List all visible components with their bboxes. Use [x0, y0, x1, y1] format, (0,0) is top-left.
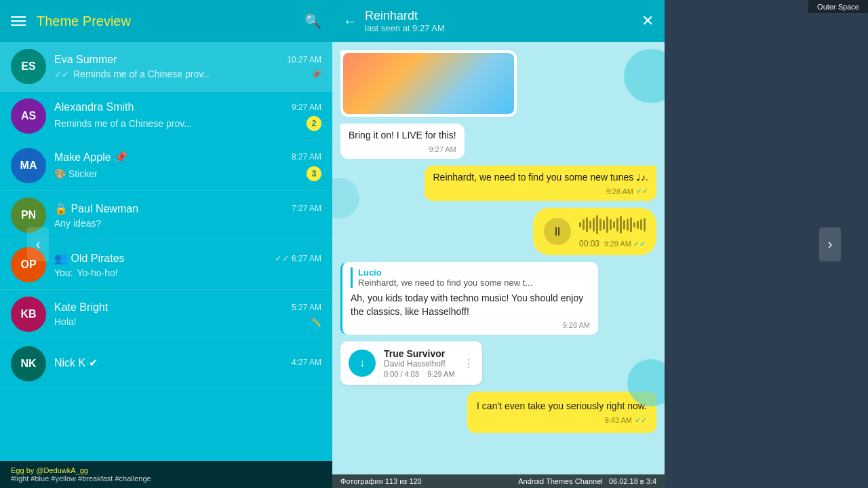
chat-item-kate[interactable]: KB Kate Bright 5:27 AM Hola! ✏️: [0, 290, 332, 339]
msg-2-check: ✓✓: [636, 187, 648, 195]
voice-pause-btn[interactable]: ⏸: [544, 218, 571, 245]
reply-author: Lucio: [358, 267, 590, 278]
msg-music-card: ↓ True Survivor David Hasselhoff 0:00 / …: [340, 341, 482, 385]
chat-time-kate: 5:27 AM: [292, 303, 321, 312]
music-artist: David Hasselhoff: [384, 359, 455, 369]
avatar-kb: KB: [11, 297, 46, 332]
menu-button[interactable]: [11, 16, 26, 26]
bottom-overlay: Egg by @DeduwkA_gg #light #blue #yellow …: [0, 461, 332, 488]
chat-item-alexandra[interactable]: AS Alexandra Smith 9:27 AM Reminds me of…: [0, 92, 332, 141]
chat-item-make-apple[interactable]: MA Make Apple 📌 8:27 AM 🎨 Sticker 3: [0, 141, 332, 191]
chat-item-paul[interactable]: PN 🔒 Paul Newman 7:27 AM Any ideas?: [0, 191, 332, 240]
chat-time-nick: 4:27 AM: [292, 358, 321, 367]
chat-info-old-pirates: 👥 Old Pirates ✓✓ 6:27 AM You: Yo-ho-ho!: [54, 252, 321, 278]
msg-reply-bubble: Lucio Reinhardt, we need to find you som…: [340, 262, 598, 335]
chat-list-panel: Theme Preview 🔍 ES Eva Summer 10:27 AM ✓…: [0, 0, 332, 488]
chat-name-eva: Eva Summer: [54, 54, 117, 66]
chat-info-make-apple: Make Apple 📌 8:27 AM 🎨 Sticker 3: [54, 151, 321, 181]
chat-name-paul: 🔒 Paul Newman: [54, 202, 138, 215]
chat-preview-alexandra: Reminds me of a Chinese prov... 2: [54, 116, 321, 131]
msg-2-text: Reinhardt, we need to find you some new …: [433, 171, 648, 185]
msg-4-wrapper: I can't even take you seriously right no…: [340, 392, 656, 433]
chat-name-kate: Kate Bright: [54, 301, 108, 314]
chat-info-eva: Eva Summer 10:27 AM ✓✓ Reminds me of a C…: [54, 54, 321, 79]
chat-item-nick[interactable]: NK Nick K ✔ 4:27 AM: [0, 339, 332, 389]
voice-check: ✓✓: [633, 240, 646, 248]
avatar-es: ES: [11, 49, 46, 84]
reply-time: 9:28 AM: [563, 321, 590, 329]
chat-preview-kate: Hola! ✏️: [54, 316, 321, 327]
chat-name-make-apple: Make Apple 📌: [54, 151, 127, 164]
avatar-ma: MA: [11, 148, 46, 183]
chat-time-paul: 7:27 AM: [292, 204, 321, 213]
avatar-as: AS: [11, 98, 46, 134]
msg-2-wrapper: Reinhardt, we need to find you some new …: [340, 166, 656, 202]
chat-window-panel: ← Reinhardt last seen at 9:27 AM ✕ Bring…: [332, 0, 665, 488]
chat-info-kate: Kate Bright 5:27 AM Hola! ✏️: [54, 301, 321, 327]
chat-info-paul: 🔒 Paul Newman 7:27 AM Any ideas?: [54, 202, 321, 229]
chat-preview-make-apple: 🎨 Sticker 3: [54, 166, 321, 181]
chat-preview-paul: Any ideas?: [54, 218, 321, 229]
reply-text: Ah, you kids today with techno music! Yo…: [351, 292, 590, 318]
app-title: Theme Preview: [37, 14, 131, 29]
nav-right-arrow[interactable]: ›: [819, 227, 841, 261]
msg-voice-wrapper: ⏸: [340, 208, 656, 255]
chat-preview-old-pirates: You: Yo-ho-ho!: [54, 267, 321, 278]
msg-reply-wrapper: Lucio Reinhardt, we need to find you som…: [340, 262, 656, 335]
voice-duration: 00:03: [579, 239, 599, 248]
chat-contact-status: last seen at 9:27 AM: [365, 23, 633, 33]
chat-name-alexandra: Alexandra Smith: [54, 101, 134, 113]
chat-name-nick: Nick K ✔: [54, 356, 98, 369]
msg-image-bubble: [340, 50, 517, 117]
chat-item-old-pirates[interactable]: OP 👥 Old Pirates ✓✓ 6:27 AM You: Yo-ho-h…: [0, 240, 332, 290]
msg-1-bubble: Bring it on! I LIVE for this! 9:27 AM: [340, 124, 465, 159]
msg-image-wrapper: [340, 50, 656, 117]
msg-4-time: 9:43 AM: [605, 416, 632, 424]
chat-info-alexandra: Alexandra Smith 9:27 AM Reminds me of a …: [54, 101, 321, 131]
chat-item-eva[interactable]: ES Eva Summer 10:27 AM ✓✓ Reminds me of …: [0, 42, 332, 92]
msg-voice-bubble: ⏸: [533, 208, 656, 255]
reply-preview: Reinhardt, we need to find you some new …: [358, 278, 590, 288]
msg-4-bubble: I can't even take you seriously right no…: [467, 392, 656, 433]
msg-1-text: Bring it on! I LIVE for this!: [349, 129, 456, 143]
msg-image-content: [343, 53, 514, 114]
chat-time-eva: 10:27 AM: [287, 55, 321, 64]
music-title: True Survivor: [384, 348, 455, 359]
outer-space-bar: Outer Space: [808, 0, 868, 13]
msg-1-wrapper: Bring it on! I LIVE for this! 9:27 AM: [340, 124, 656, 159]
music-info: True Survivor David Hasselhoff 0:00 / 4:…: [384, 348, 455, 378]
header-left: Theme Preview: [11, 14, 131, 29]
voice-time: 9:29 AM: [604, 240, 631, 248]
nav-left-arrow[interactable]: ‹: [27, 227, 49, 261]
photo-label: Фотография 113 из 120: [340, 477, 422, 485]
chat-header: ← Reinhardt last seen at 9:27 AM ✕: [332, 0, 665, 42]
back-button[interactable]: ←: [343, 14, 357, 29]
egg-label: Egg by @DeduwkA_gg: [11, 466, 88, 474]
chat-time-make-apple: 8:27 AM: [292, 152, 321, 162]
msg-2-time: 9:28 AM: [606, 187, 633, 195]
msg-1-time: 9:27 AM: [429, 145, 456, 153]
msg-4-check: ✓✓: [635, 416, 647, 425]
voice-waveform: 00:03 9:29 AM ✓✓: [579, 214, 646, 248]
hashtags-label: #light #blue #yellow #breakfast #challen…: [11, 474, 151, 483]
music-more-btn[interactable]: ⋮: [463, 357, 474, 370]
right-bottom-info: Фотография 113 из 120 Android Themes Cha…: [332, 474, 665, 488]
msg-music-wrapper: ↓ True Survivor David Hasselhoff 0:00 / …: [340, 341, 656, 385]
chat-list-header: Theme Preview 🔍: [0, 0, 332, 42]
search-button[interactable]: 🔍: [304, 13, 321, 29]
music-download-icon[interactable]: ↓: [349, 350, 376, 377]
chat-contact-name: Reinhardt: [365, 9, 633, 23]
msg-2-bubble: Reinhardt, we need to find you some new …: [425, 166, 656, 202]
chat-preview-eva: ✓✓ Reminds me of a Chinese prov... 📌: [54, 69, 321, 79]
chat-name-old-pirates: 👥 Old Pirates: [54, 252, 125, 265]
bg-right-panel: [766, 0, 868, 488]
chat-time-old-pirates: ✓✓ 6:27 AM: [275, 253, 321, 263]
music-msg-time: 9:29 AM: [427, 370, 454, 378]
channel-label: Android Themes Channel 06.02.18 в 3:4: [518, 477, 656, 485]
chat-info-nick: Nick K ✔ 4:27 AM: [54, 356, 321, 372]
avatar-nk: NK: [11, 346, 46, 381]
music-duration: 0:00 / 4:03 9:29 AM: [384, 370, 455, 378]
chat-time-alexandra: 9:27 AM: [292, 102, 321, 112]
chat-header-info: Reinhardt last seen at 9:27 AM: [365, 9, 633, 33]
close-button[interactable]: ✕: [642, 12, 654, 30]
